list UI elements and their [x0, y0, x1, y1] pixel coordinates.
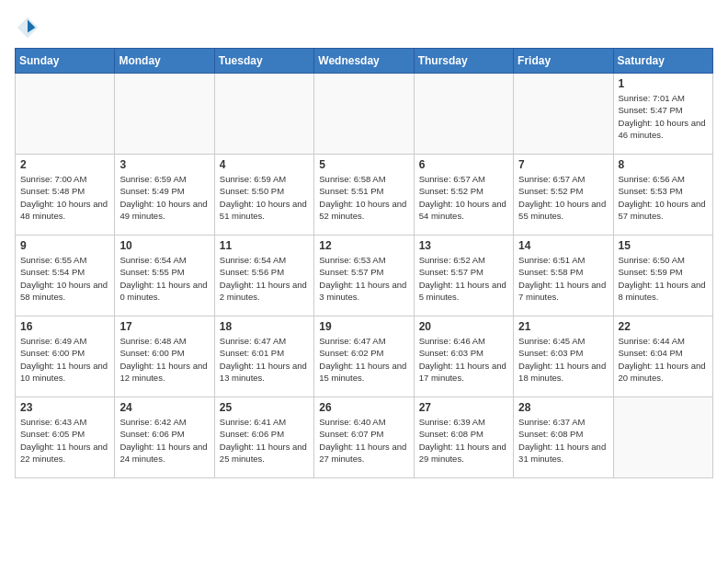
calendar-cell: 12Sunrise: 6:53 AM Sunset: 5:57 PM Dayli… [314, 236, 414, 316]
days-of-week-row: SundayMondayTuesdayWednesdayThursdayFrid… [16, 49, 713, 74]
calendar-cell [16, 74, 115, 155]
day-of-week-header: Tuesday [214, 49, 313, 74]
day-of-week-header: Wednesday [314, 49, 414, 74]
day-number: 18 [220, 320, 309, 333]
day-info: Sunrise: 6:59 AM Sunset: 5:49 PM Dayligh… [119, 173, 209, 222]
day-info: Sunrise: 6:41 AM Sunset: 6:06 PM Dayligh… [220, 416, 309, 465]
calendar-cell: 26Sunrise: 6:40 AM Sunset: 6:07 PM Dayli… [314, 397, 414, 478]
day-info: Sunrise: 6:45 AM Sunset: 6:03 PM Dayligh… [518, 335, 608, 384]
calendar-cell [314, 74, 414, 155]
day-info: Sunrise: 6:59 AM Sunset: 5:50 PM Dayligh… [220, 173, 309, 222]
day-number: 28 [518, 401, 608, 414]
calendar-week-row: 1Sunrise: 7:01 AM Sunset: 5:47 PM Daylig… [16, 74, 713, 155]
day-number: 9 [20, 239, 109, 252]
day-number: 6 [419, 158, 508, 171]
day-number: 2 [20, 158, 109, 171]
calendar-cell: 14Sunrise: 6:51 AM Sunset: 5:58 PM Dayli… [514, 236, 613, 316]
day-info: Sunrise: 6:44 AM Sunset: 6:04 PM Dayligh… [619, 335, 708, 384]
calendar-cell: 27Sunrise: 6:39 AM Sunset: 6:08 PM Dayli… [414, 397, 513, 478]
day-info: Sunrise: 6:40 AM Sunset: 6:07 PM Dayligh… [319, 416, 408, 465]
day-number: 20 [419, 320, 508, 333]
day-info: Sunrise: 6:48 AM Sunset: 6:00 PM Dayligh… [119, 335, 209, 384]
day-info: Sunrise: 6:37 AM Sunset: 6:08 PM Dayligh… [518, 416, 608, 465]
day-number: 11 [220, 239, 309, 252]
day-info: Sunrise: 6:57 AM Sunset: 5:52 PM Dayligh… [419, 173, 508, 222]
page-header [15, 15, 713, 40]
calendar-week-row: 9Sunrise: 6:55 AM Sunset: 5:54 PM Daylig… [16, 236, 713, 316]
day-info: Sunrise: 6:56 AM Sunset: 5:53 PM Dayligh… [619, 173, 708, 222]
day-info: Sunrise: 6:47 AM Sunset: 6:01 PM Dayligh… [220, 335, 309, 384]
calendar-cell [115, 74, 214, 155]
calendar-cell: 7Sunrise: 6:57 AM Sunset: 5:52 PM Daylig… [514, 155, 613, 236]
day-number: 27 [419, 401, 508, 414]
day-number: 25 [220, 401, 309, 414]
calendar-cell: 19Sunrise: 6:47 AM Sunset: 6:02 PM Dayli… [314, 316, 414, 397]
logo-icon [15, 15, 40, 40]
calendar-cell: 6Sunrise: 6:57 AM Sunset: 5:52 PM Daylig… [414, 155, 513, 236]
day-number: 19 [319, 320, 408, 333]
day-info: Sunrise: 6:58 AM Sunset: 5:51 PM Dayligh… [319, 173, 408, 222]
day-number: 13 [419, 239, 508, 252]
day-info: Sunrise: 7:01 AM Sunset: 5:47 PM Dayligh… [619, 92, 708, 141]
calendar-cell: 9Sunrise: 6:55 AM Sunset: 5:54 PM Daylig… [16, 236, 115, 316]
calendar-cell: 21Sunrise: 6:45 AM Sunset: 6:03 PM Dayli… [514, 316, 613, 397]
day-info: Sunrise: 6:49 AM Sunset: 6:00 PM Dayligh… [20, 335, 109, 384]
day-number: 14 [518, 239, 608, 252]
calendar-cell: 17Sunrise: 6:48 AM Sunset: 6:00 PM Dayli… [115, 316, 214, 397]
day-info: Sunrise: 7:00 AM Sunset: 5:48 PM Dayligh… [20, 173, 109, 222]
calendar-cell: 2Sunrise: 7:00 AM Sunset: 5:48 PM Daylig… [16, 155, 115, 236]
day-of-week-header: Saturday [613, 49, 712, 74]
calendar-body: 1Sunrise: 7:01 AM Sunset: 5:47 PM Daylig… [16, 74, 713, 478]
logo [15, 15, 44, 40]
day-number: 4 [220, 158, 309, 171]
day-of-week-header: Friday [514, 49, 613, 74]
day-of-week-header: Thursday [414, 49, 513, 74]
calendar-cell: 16Sunrise: 6:49 AM Sunset: 6:00 PM Dayli… [16, 316, 115, 397]
calendar-cell [414, 74, 513, 155]
day-number: 5 [319, 158, 408, 171]
day-info: Sunrise: 6:46 AM Sunset: 6:03 PM Dayligh… [419, 335, 508, 384]
day-info: Sunrise: 6:50 AM Sunset: 5:59 PM Dayligh… [619, 254, 708, 303]
calendar-cell: 23Sunrise: 6:43 AM Sunset: 6:05 PM Dayli… [16, 397, 115, 478]
day-number: 12 [319, 239, 408, 252]
calendar-cell: 15Sunrise: 6:50 AM Sunset: 5:59 PM Dayli… [613, 236, 712, 316]
calendar-cell: 4Sunrise: 6:59 AM Sunset: 5:50 PM Daylig… [214, 155, 313, 236]
day-number: 8 [619, 158, 708, 171]
day-info: Sunrise: 6:52 AM Sunset: 5:57 PM Dayligh… [419, 254, 508, 303]
day-info: Sunrise: 6:43 AM Sunset: 6:05 PM Dayligh… [20, 416, 109, 465]
calendar-cell: 8Sunrise: 6:56 AM Sunset: 5:53 PM Daylig… [613, 155, 712, 236]
day-info: Sunrise: 6:47 AM Sunset: 6:02 PM Dayligh… [319, 335, 408, 384]
calendar-cell: 18Sunrise: 6:47 AM Sunset: 6:01 PM Dayli… [214, 316, 313, 397]
day-of-week-header: Monday [115, 49, 214, 74]
calendar-week-row: 16Sunrise: 6:49 AM Sunset: 6:00 PM Dayli… [16, 316, 713, 397]
calendar-cell [214, 74, 313, 155]
day-info: Sunrise: 6:39 AM Sunset: 6:08 PM Dayligh… [419, 416, 508, 465]
calendar-table: SundayMondayTuesdayWednesdayThursdayFrid… [15, 48, 713, 478]
day-number: 16 [20, 320, 109, 333]
calendar-cell: 24Sunrise: 6:42 AM Sunset: 6:06 PM Dayli… [115, 397, 214, 478]
day-info: Sunrise: 6:55 AM Sunset: 5:54 PM Dayligh… [20, 254, 109, 303]
day-info: Sunrise: 6:42 AM Sunset: 6:06 PM Dayligh… [119, 416, 209, 465]
calendar-cell: 28Sunrise: 6:37 AM Sunset: 6:08 PM Dayli… [514, 397, 613, 478]
day-number: 1 [619, 77, 708, 90]
calendar-week-row: 2Sunrise: 7:00 AM Sunset: 5:48 PM Daylig… [16, 155, 713, 236]
calendar-cell: 11Sunrise: 6:54 AM Sunset: 5:56 PM Dayli… [214, 236, 313, 316]
day-number: 10 [119, 239, 209, 252]
day-number: 3 [119, 158, 209, 171]
calendar-header: SundayMondayTuesdayWednesdayThursdayFrid… [16, 49, 713, 74]
calendar-cell: 22Sunrise: 6:44 AM Sunset: 6:04 PM Dayli… [613, 316, 712, 397]
day-info: Sunrise: 6:51 AM Sunset: 5:58 PM Dayligh… [518, 254, 608, 303]
day-number: 15 [619, 239, 708, 252]
calendar-cell: 20Sunrise: 6:46 AM Sunset: 6:03 PM Dayli… [414, 316, 513, 397]
day-number: 24 [119, 401, 209, 414]
day-number: 23 [20, 401, 109, 414]
day-of-week-header: Sunday [16, 49, 115, 74]
calendar-cell: 1Sunrise: 7:01 AM Sunset: 5:47 PM Daylig… [613, 74, 712, 155]
calendar-cell: 10Sunrise: 6:54 AM Sunset: 5:55 PM Dayli… [115, 236, 214, 316]
calendar-cell: 13Sunrise: 6:52 AM Sunset: 5:57 PM Dayli… [414, 236, 513, 316]
day-info: Sunrise: 6:54 AM Sunset: 5:55 PM Dayligh… [119, 254, 209, 303]
day-info: Sunrise: 6:54 AM Sunset: 5:56 PM Dayligh… [220, 254, 309, 303]
day-number: 21 [518, 320, 608, 333]
day-info: Sunrise: 6:57 AM Sunset: 5:52 PM Dayligh… [518, 173, 608, 222]
day-number: 26 [319, 401, 408, 414]
